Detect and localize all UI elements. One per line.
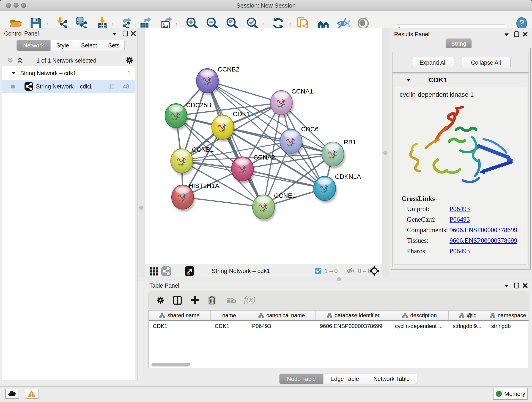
horizontal-splitter[interactable] (138, 277, 532, 281)
column-header-description[interactable]: description (391, 311, 449, 320)
network-selection-status: 1 of 1 Network selected (27, 57, 105, 64)
network-graph[interactable]: CCNB2CCNA1CDC25BCDK1CDC6RB1CCNB1CCNA2CDK… (145, 28, 382, 264)
table-row[interactable]: CDK1 CDK1 P06493 9606.ENSP00000378699 cy… (149, 321, 529, 332)
expand-all-button[interactable]: Expand All (412, 57, 454, 68)
horizontal-scrollbar-thumb[interactable] (152, 363, 190, 366)
node-label-cdc6: CDC6 (301, 126, 318, 133)
status-bar: Memory (0, 386, 532, 402)
tab-style[interactable]: Style (51, 40, 75, 51)
column-mapping-icon (159, 313, 165, 318)
network-node-cdc6[interactable] (280, 129, 303, 156)
tab-network[interactable]: Network (17, 40, 51, 51)
column-header-id[interactable]: @id (449, 311, 487, 320)
show-columns-icon[interactable] (172, 295, 182, 305)
memory-status-dot (496, 391, 502, 397)
tab-network-table[interactable]: Network Table (366, 374, 417, 384)
right-splitter[interactable] (382, 28, 389, 277)
memory-button[interactable]: Memory (493, 388, 528, 400)
tab-sets[interactable]: Sets (103, 40, 124, 51)
tab-string[interactable]: String (446, 38, 472, 49)
maximize-panel-icon[interactable] (514, 282, 520, 289)
crosslink-uniprot-link[interactable]: P06493 (450, 205, 470, 213)
main-toolbar: ? (0, 11, 532, 28)
network-view-title: String Network – cdk1 (212, 268, 270, 274)
float-panel-icon[interactable] (504, 284, 509, 288)
string-results-container: Expand All Collapse All CDK1 cyclin-depe… (391, 48, 531, 269)
expand-all-chevron-icon[interactable] (17, 57, 23, 64)
crosslink-compartments-link[interactable]: 9606.ENSP00000378699 (450, 226, 517, 234)
column-mapping-icon (402, 313, 408, 318)
crosslinks-title: CrossLinks (401, 195, 435, 202)
column-header-database-identifier[interactable]: database identifier (316, 311, 391, 320)
network-node-ccne1[interactable] (253, 195, 276, 221)
footer-separator (203, 266, 203, 276)
column-header-name[interactable]: name (210, 311, 248, 320)
crosslink-genecard-link[interactable]: P06493 (450, 216, 470, 223)
collection-label: String Network – cdk1 (20, 70, 76, 77)
selected-checkbox-icon[interactable] (315, 268, 322, 274)
node-label-ccne1: CCNE1 (274, 192, 296, 199)
hidden-eye-slash-icon[interactable] (346, 267, 355, 275)
crosslink-row: Compartments: 9606.ENSP00000378699 (407, 226, 448, 234)
network-collection-row[interactable]: String Network – cdk1 1 (2, 67, 135, 80)
network-node-ccna2[interactable] (231, 157, 255, 183)
crosslink-row: Pharos: P06493 (407, 247, 427, 255)
table-settings-gear-icon[interactable] (156, 296, 165, 305)
column-header-shared-name[interactable]: shared name (149, 311, 210, 320)
collapse-all-button[interactable]: Collapse All (461, 57, 511, 68)
tab-node-table[interactable]: Node Table (279, 374, 323, 384)
close-panel-icon[interactable] (522, 283, 528, 288)
crosslink-tissues-link[interactable]: 9606.ENSP00000378699 (450, 237, 517, 244)
string-network-badge-icon (25, 82, 33, 91)
left-splitter[interactable] (138, 28, 145, 277)
column-mapping-icon (490, 313, 495, 318)
network-node-ccnb2[interactable] (196, 69, 220, 95)
table-tabs: Node Table Edge Table Network Table (279, 374, 417, 384)
network-view-canvas[interactable]: CCNB2CCNA1CDC25BCDK1CDC6RB1CCNB1CCNA2CDK… (145, 28, 382, 264)
network-node-ccna1[interactable] (270, 90, 294, 117)
collapse-all-chevron-icon[interactable] (7, 57, 14, 64)
column-header-canonical-name[interactable]: canonical name (248, 311, 316, 320)
column-mapping-icon (459, 313, 464, 318)
delete-column-trash-icon[interactable] (207, 295, 216, 305)
node-label-ccnb2: CCNB2 (218, 66, 239, 73)
function-builder-icon-disabled: f(x) (244, 294, 255, 304)
gene-name: CDK1 (429, 76, 447, 84)
close-panel-icon[interactable] (131, 31, 136, 36)
network-status-dot (11, 85, 15, 89)
network-node-cdc25b[interactable] (165, 104, 188, 130)
gear-icon[interactable] (125, 56, 134, 65)
left-splitter-handle[interactable] (139, 206, 143, 210)
node-label-hist1h1a: HIST1H1A (189, 182, 219, 189)
warning-status-button[interactable] (25, 389, 38, 399)
grid-view-icon[interactable] (149, 267, 158, 275)
footer-separator (343, 266, 343, 276)
close-panel-icon[interactable] (522, 32, 528, 37)
network-row[interactable]: String Network – cdk1 11 48 (2, 80, 135, 93)
network-node-cdk1[interactable] (212, 115, 235, 142)
network-node-cdkn1a[interactable] (314, 176, 337, 203)
entry-collapse-arrow-icon[interactable] (406, 78, 411, 82)
network-badge-gray-icon[interactable] (161, 266, 171, 276)
crosslink-pharos-link[interactable]: P06493 (450, 247, 470, 255)
selected-node-edge-counts: 1 – 0 (324, 268, 338, 274)
add-column-icon[interactable] (190, 295, 200, 305)
table-header-row: shared name name canonical name database… (149, 311, 529, 321)
float-panel-icon[interactable] (112, 32, 117, 36)
float-panel-icon[interactable] (504, 33, 509, 36)
footer-separator (179, 266, 179, 276)
open-in-window-icon[interactable] (185, 266, 194, 276)
right-splitter-handle[interactable] (383, 151, 387, 155)
collection-expand-arrow-icon[interactable] (12, 71, 16, 75)
gene-entry-header[interactable]: CDK1 (393, 74, 529, 86)
table-panel: Table Panel f(x) (145, 281, 532, 386)
maximize-panel-icon[interactable] (122, 30, 128, 37)
tab-select[interactable]: Select (75, 40, 103, 51)
control-panel-title: Control Panel (4, 30, 39, 37)
network-node-rb1[interactable] (322, 142, 345, 168)
cloud-status-button[interactable] (5, 389, 19, 399)
maximize-panel-icon[interactable] (514, 31, 520, 37)
column-header-namespace[interactable]: namespace (487, 311, 529, 320)
tab-edge-table[interactable]: Edge Table (323, 374, 366, 384)
birds-eye-crosshair-icon[interactable] (369, 266, 380, 276)
